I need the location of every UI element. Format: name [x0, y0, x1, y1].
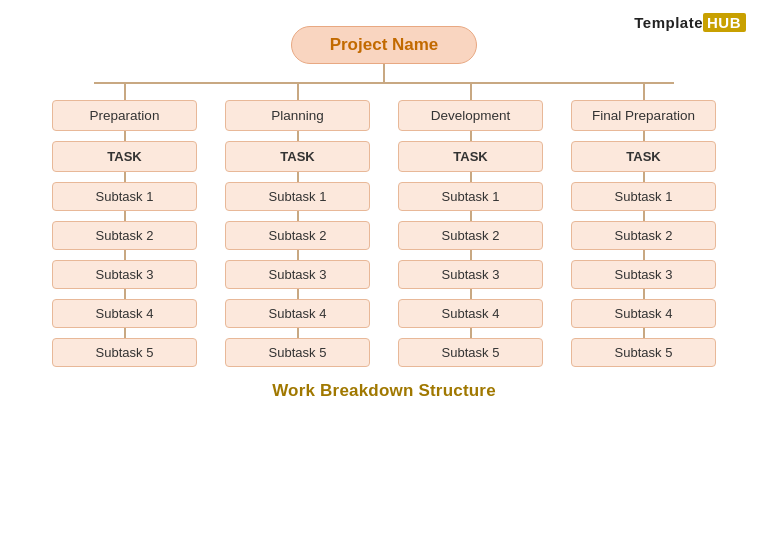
- subtask-box-1-0: Subtask 1: [225, 182, 370, 211]
- connector-subtask-3-4: [643, 328, 645, 338]
- connector-subtask-1-2: [297, 250, 299, 260]
- subtask-box-3-1: Subtask 2: [571, 221, 716, 250]
- connector-subtask-0-4: [124, 328, 126, 338]
- category-box-3: Final Preparation: [571, 100, 716, 131]
- connector-subtask-0-2: [124, 250, 126, 260]
- column-3: Final PreparationTASKSubtask 1Subtask 2S…: [566, 84, 721, 367]
- connector-subtask-0-3: [124, 289, 126, 299]
- connector-cat-task-3: [643, 131, 645, 141]
- col-top-connector-3: [643, 84, 645, 100]
- footer-title: Work Breakdown Structure: [20, 381, 748, 401]
- connector-subtask-2-2: [470, 250, 472, 260]
- category-box-2: Development: [398, 100, 543, 131]
- subtask-box-2-2: Subtask 3: [398, 260, 543, 289]
- connector-subtask-0-0: [124, 172, 126, 182]
- subtask-box-0-2: Subtask 3: [52, 260, 197, 289]
- subtask-box-2-0: Subtask 1: [398, 182, 543, 211]
- subtask-box-3-2: Subtask 3: [571, 260, 716, 289]
- root-connector: [20, 64, 748, 82]
- subtask-box-0-0: Subtask 1: [52, 182, 197, 211]
- subtask-box-1-2: Subtask 3: [225, 260, 370, 289]
- category-box-0: Preparation: [52, 100, 197, 131]
- subtask-box-0-3: Subtask 4: [52, 299, 197, 328]
- subtask-box-2-1: Subtask 2: [398, 221, 543, 250]
- connector-subtask-2-1: [470, 211, 472, 221]
- subtask-box-3-3: Subtask 4: [571, 299, 716, 328]
- connector-cat-task-1: [297, 131, 299, 141]
- subtask-box-0-4: Subtask 5: [52, 338, 197, 367]
- connector-subtask-3-0: [643, 172, 645, 182]
- category-box-1: Planning: [225, 100, 370, 131]
- subtask-box-0-1: Subtask 2: [52, 221, 197, 250]
- task-box-2: TASK: [398, 141, 543, 172]
- page-wrapper: TemplateHUB Project Name PreparationTASK…: [0, 0, 768, 546]
- root-box: Project Name: [291, 26, 478, 64]
- connector-subtask-3-2: [643, 250, 645, 260]
- connector-cat-task-0: [124, 131, 126, 141]
- columns-row: PreparationTASKSubtask 1Subtask 2Subtask…: [20, 84, 748, 367]
- connector-subtask-1-1: [297, 211, 299, 221]
- column-1: PlanningTASKSubtask 1Subtask 2Subtask 3S…: [220, 84, 375, 367]
- column-2: DevelopmentTASKSubtask 1Subtask 2Subtask…: [393, 84, 548, 367]
- subtask-box-1-3: Subtask 4: [225, 299, 370, 328]
- connector-subtask-2-0: [470, 172, 472, 182]
- connector-subtask-3-3: [643, 289, 645, 299]
- root-row: Project Name: [20, 26, 748, 64]
- task-box-1: TASK: [225, 141, 370, 172]
- connector-subtask-0-1: [124, 211, 126, 221]
- connector-subtask-3-1: [643, 211, 645, 221]
- column-0: PreparationTASKSubtask 1Subtask 2Subtask…: [47, 84, 202, 367]
- brand: TemplateHUB: [634, 14, 746, 31]
- col-top-connector-2: [470, 84, 472, 100]
- connector-subtask-1-0: [297, 172, 299, 182]
- col-top-connector-0: [124, 84, 126, 100]
- subtask-box-1-1: Subtask 2: [225, 221, 370, 250]
- col-top-connector-1: [297, 84, 299, 100]
- subtask-box-1-4: Subtask 5: [225, 338, 370, 367]
- subtask-box-3-0: Subtask 1: [571, 182, 716, 211]
- subtask-box-2-4: Subtask 5: [398, 338, 543, 367]
- connector-subtask-2-4: [470, 328, 472, 338]
- connector-subtask-1-3: [297, 289, 299, 299]
- subtask-box-2-3: Subtask 4: [398, 299, 543, 328]
- task-box-3: TASK: [571, 141, 716, 172]
- brand-hub: HUB: [703, 13, 746, 32]
- connector-subtask-2-3: [470, 289, 472, 299]
- connector-subtask-1-4: [297, 328, 299, 338]
- task-box-0: TASK: [52, 141, 197, 172]
- connector-cat-task-2: [470, 131, 472, 141]
- subtask-box-3-4: Subtask 5: [571, 338, 716, 367]
- brand-template: Template: [634, 14, 703, 31]
